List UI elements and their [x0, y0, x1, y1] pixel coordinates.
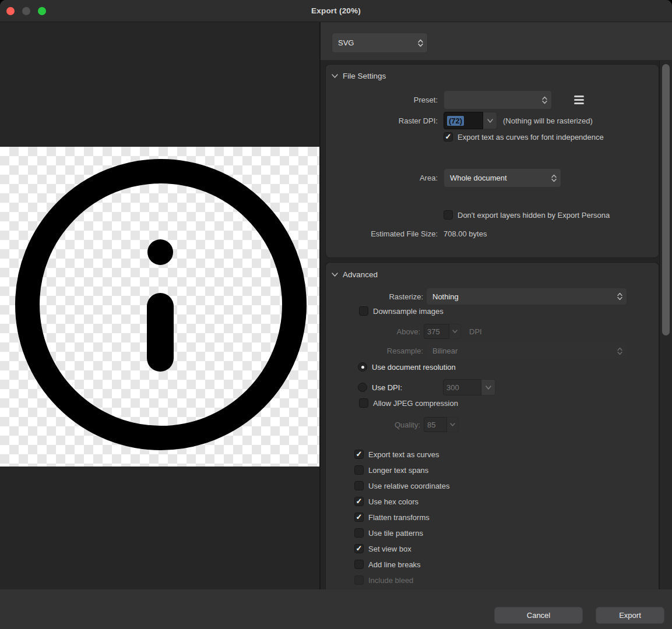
option-label: Set view box — [368, 545, 411, 553]
option-label: Longer text spans — [368, 466, 428, 475]
titlebar: Export (20%) — [0, 0, 672, 22]
export-settings-panel: SVG File Settings Preset: — [319, 22, 672, 589]
hidden-layers-checkbox-row[interactable]: Don't export layers hidden by Export Per… — [444, 210, 610, 220]
raster-dpi-combo: (72) — [444, 112, 497, 129]
use-relative-coordinates-checkbox[interactable] — [354, 481, 364, 490]
flatten-transforms-checkbox[interactable] — [354, 513, 364, 522]
raster-dpi-label: Raster DPI: — [326, 116, 438, 125]
stepper-icon — [542, 96, 547, 104]
rasterize-select-value: Nothing — [432, 292, 459, 301]
chevron-down-icon — [487, 119, 493, 123]
raster-dpi-dropdown-button[interactable] — [483, 112, 497, 129]
quality-dropdown-button — [447, 417, 459, 432]
option-row[interactable]: Add line breaks — [354, 560, 421, 569]
use-dpi-dropdown-button — [481, 379, 495, 395]
raster-dpi-selected-text: (72) — [447, 116, 464, 126]
hidden-layers-checkbox[interactable] — [444, 210, 453, 220]
resample-select: Bilinear — [426, 342, 627, 359]
chevron-down-icon — [485, 386, 491, 390]
add-line-breaks-checkbox[interactable] — [354, 560, 364, 569]
downsample-checkbox-row[interactable]: Downsample images — [359, 306, 444, 316]
resample-label: Resample: — [326, 347, 423, 355]
export-text-as-curves-checkbox[interactable] — [354, 450, 364, 459]
option-label: Use relative coordinates — [368, 482, 449, 490]
file-settings-title: File Settings — [343, 72, 386, 80]
use-doc-resolution-radio[interactable] — [358, 362, 367, 372]
use-dpi-combo: 300 — [443, 379, 495, 395]
raster-note: (Nothing will be rasterized) — [503, 116, 593, 125]
option-row: Include bleed — [354, 575, 413, 585]
export-button[interactable]: Export — [596, 607, 664, 624]
above-unit: DPI — [469, 327, 482, 336]
option-row[interactable]: Export text as curves — [354, 450, 439, 459]
use-tile-patterns-checkbox[interactable] — [354, 528, 364, 538]
downsample-label: Downsample images — [373, 307, 444, 316]
jpeg-compression-checkbox[interactable] — [359, 398, 368, 408]
area-label: Area: — [326, 174, 438, 182]
option-row[interactable]: Longer text spans — [354, 465, 428, 475]
stepper-icon — [418, 39, 423, 47]
export-text-curves-label: Export text as curves for font independe… — [458, 133, 604, 142]
preset-menu-icon[interactable] — [574, 96, 584, 104]
use-doc-resolution-radio-row[interactable]: Use document resolution — [358, 362, 456, 372]
option-label: Use tile patterns — [368, 529, 423, 538]
option-row[interactable]: Use tile patterns — [354, 528, 423, 538]
cancel-button[interactable]: Cancel — [494, 607, 583, 624]
stepper-icon — [617, 347, 622, 355]
rasterize-select[interactable]: Nothing — [426, 288, 627, 305]
info-icon-artwork — [0, 147, 319, 467]
preset-select[interactable] — [444, 90, 552, 109]
format-select[interactable]: SVG — [332, 33, 428, 53]
chevron-down-icon — [332, 273, 338, 277]
advanced-title: Advanced — [343, 270, 378, 279]
window-title: Export (20%) — [0, 0, 672, 22]
use-dpi-label: Use DPI: — [372, 383, 402, 392]
panel-scrollbar[interactable] — [659, 60, 672, 589]
above-combo: 375 — [424, 324, 461, 339]
above-value: 375 — [427, 327, 440, 336]
preset-label: Preset: — [326, 96, 438, 104]
area-select[interactable]: Whole document — [444, 168, 561, 188]
option-label: Include bleed — [368, 576, 413, 585]
option-row[interactable]: Use hex colors — [354, 497, 418, 506]
use-dpi-radio[interactable] — [358, 383, 367, 392]
option-row[interactable]: Use relative coordinates — [354, 481, 449, 490]
advanced-group: Advanced Rasterize: Nothing Downsampl — [325, 262, 659, 589]
export-text-curves-checkbox-row[interactable]: Export text as curves for font independe… — [444, 132, 604, 142]
use-dpi-value: 300 — [446, 383, 459, 392]
option-label: Use hex colors — [368, 497, 418, 506]
format-strip: SVG — [321, 22, 672, 60]
scrollbar-thumb[interactable] — [662, 64, 670, 335]
area-select-value: Whole document — [450, 174, 507, 182]
quality-input: 85 — [424, 417, 447, 432]
quality-combo: 85 — [424, 417, 459, 432]
above-input: 375 — [424, 324, 449, 339]
stepper-icon — [551, 174, 557, 182]
raster-dpi-input[interactable]: (72) — [444, 112, 483, 129]
longer-text-spans-checkbox[interactable] — [354, 465, 364, 475]
chevron-down-icon — [450, 423, 455, 426]
stepper-icon — [617, 293, 622, 301]
file-settings-header[interactable]: File Settings — [332, 72, 386, 80]
transparency-checkerboard — [0, 147, 319, 467]
above-label: Above: — [326, 327, 420, 336]
advanced-header[interactable]: Advanced — [332, 270, 378, 279]
hidden-layers-label: Don't export layers hidden by Export Per… — [458, 211, 610, 220]
use-doc-resolution-label: Use document resolution — [372, 363, 456, 372]
use-dpi-radio-row[interactable]: Use DPI: 300 — [358, 379, 495, 395]
chevron-down-icon — [452, 330, 458, 333]
option-row[interactable]: Set view box — [354, 544, 411, 553]
chevron-down-icon — [332, 74, 338, 78]
downsample-checkbox[interactable] — [359, 306, 368, 316]
estimated-size-value: 708.00 bytes — [444, 229, 487, 238]
jpeg-compression-checkbox-row[interactable]: Allow JPEG compression — [359, 398, 458, 408]
above-dropdown-button — [449, 324, 461, 339]
file-settings-group: File Settings Preset: — [325, 64, 659, 258]
export-dialog: Export (20%) SVG File — [0, 0, 672, 629]
use-hex-colors-checkbox[interactable] — [354, 497, 364, 506]
set-view-box-checkbox[interactable] — [354, 544, 364, 553]
option-label: Export text as curves — [368, 450, 439, 459]
dialog-footer: Cancel Export — [0, 589, 672, 629]
export-text-curves-checkbox[interactable] — [444, 132, 453, 142]
option-row[interactable]: Flatten transforms — [354, 513, 430, 522]
